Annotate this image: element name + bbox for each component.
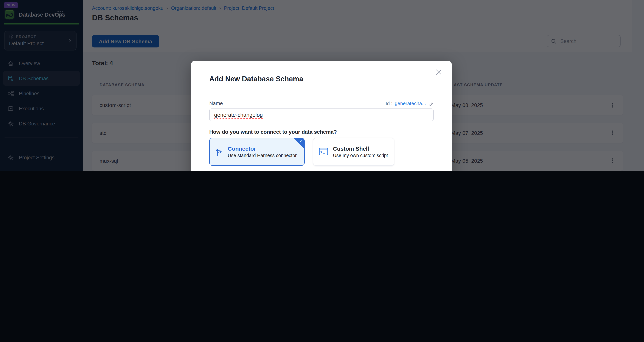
edit-pencil-icon[interactable] [428,101,434,106]
app-root: NEW Database DevOps [0,0,644,171]
name-input-value: generate-changelog [214,112,263,118]
custom-shell-option-title: Custom Shell [333,145,388,152]
modal-title: Add New Database Schema [209,75,434,83]
connector-fork-icon [215,147,223,157]
custom-shell-option-subtitle: Use my own custom script [333,153,388,158]
add-schema-modal: Add New Database Schema Name Id : genera… [191,61,452,171]
terminal-icon [318,147,328,156]
connect-question: How do you want to connect to your data … [209,129,434,135]
close-icon[interactable] [435,68,443,76]
option-card-connector[interactable]: Connector Use standard Harness connector… [209,138,305,166]
id-prefix: Id : [386,101,392,106]
option-card-custom-shell[interactable]: Custom Shell Use my own custom script [313,138,394,166]
id-value-link[interactable]: generatecha... [395,101,426,106]
name-input[interactable]: generate-changelog [209,108,434,121]
name-label: Name [209,101,223,106]
check-icon: ✓ [300,139,303,143]
connector-option-title: Connector [228,145,296,152]
connector-option-subtitle: Use standard Harness connector [228,153,296,158]
